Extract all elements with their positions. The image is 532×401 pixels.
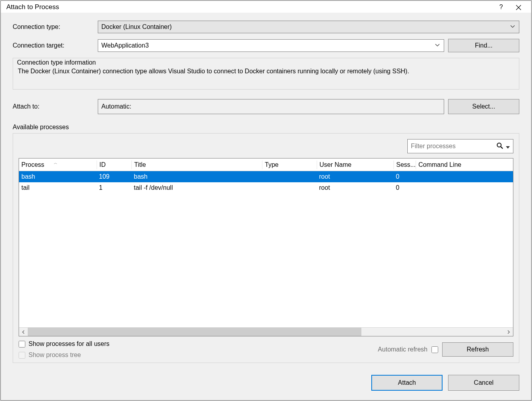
- scroll-right-arrow[interactable]: [504, 328, 513, 336]
- filter-processes-box[interactable]: [407, 139, 513, 153]
- automatic-refresh-checkbox[interactable]: [431, 346, 438, 353]
- svg-line-3: [501, 147, 503, 149]
- col-cmd[interactable]: Command Line: [416, 160, 513, 169]
- show-process-tree-label: Show process tree: [28, 351, 81, 359]
- show-process-tree-checkbox-input: [19, 352, 25, 359]
- show-process-tree-checkbox: Show process tree: [19, 351, 110, 359]
- connection-target-label: Connection target:: [13, 42, 94, 49]
- connection-type-value: Docker (Linux Container): [101, 23, 172, 31]
- cell-process: tail: [19, 183, 97, 192]
- filter-processes-input[interactable]: [411, 143, 496, 150]
- col-type[interactable]: Type: [262, 160, 317, 169]
- col-session[interactable]: Sess...: [393, 160, 416, 169]
- col-user[interactable]: User Name: [317, 160, 393, 169]
- cell-id: 109: [97, 172, 131, 181]
- connection-info-legend: Connection type information: [17, 59, 515, 66]
- refresh-button[interactable]: Refresh: [442, 342, 513, 357]
- cell-cmd: [416, 176, 513, 178]
- dialog-title: Attach to Process: [6, 3, 492, 11]
- sort-asc-icon: ︿: [54, 160, 57, 166]
- scroll-left-arrow[interactable]: [19, 328, 28, 336]
- connection-info-group: Connection type information The Docker (…: [13, 58, 519, 90]
- cell-id: 1: [97, 183, 131, 192]
- automatic-refresh-label: Automatic refresh: [378, 346, 428, 353]
- cell-user: root: [317, 183, 393, 192]
- table-row[interactable]: tail1tail -f /dev/nullroot0: [19, 182, 513, 193]
- cell-type: [262, 176, 317, 178]
- chevron-down-icon: [435, 44, 440, 47]
- connection-info-text: The Docker (Linux Container) connection …: [17, 68, 515, 75]
- show-all-users-checkbox[interactable]: Show processes for all users: [19, 340, 110, 348]
- show-all-users-checkbox-input[interactable]: [19, 341, 25, 348]
- cell-user: root: [317, 172, 393, 181]
- close-icon[interactable]: [510, 4, 527, 11]
- table-row[interactable]: bash109bashroot0: [19, 171, 513, 182]
- connection-target-combo[interactable]: WebApplication3: [98, 39, 444, 52]
- cell-session: 0: [393, 183, 416, 192]
- chevron-down-icon: [510, 25, 515, 28]
- table-header: Process ︿ ID Title Type User Name Sess..…: [19, 158, 513, 171]
- show-all-users-label: Show processes for all users: [28, 340, 110, 348]
- cell-title: bash: [131, 172, 262, 181]
- connection-type-label: Connection type:: [13, 23, 94, 31]
- col-title[interactable]: Title: [131, 160, 262, 169]
- process-table: Process ︿ ID Title Type User Name Sess..…: [19, 158, 513, 336]
- cell-title: tail -f /dev/null: [131, 183, 262, 192]
- cell-session: 0: [393, 172, 416, 181]
- horizontal-scrollbar[interactable]: [19, 327, 513, 336]
- attach-to-value: Automatic:: [101, 103, 131, 110]
- scrollbar-thumb[interactable]: [28, 328, 361, 336]
- select-button[interactable]: Select...: [448, 99, 519, 114]
- connection-target-value: WebApplication3: [101, 42, 149, 49]
- svg-marker-4: [506, 146, 510, 149]
- attach-to-label: Attach to:: [13, 103, 94, 110]
- cell-type: [262, 187, 317, 189]
- svg-point-2: [497, 143, 501, 147]
- filter-dropdown-icon[interactable]: [506, 143, 510, 150]
- cancel-button[interactable]: Cancel: [448, 375, 519, 391]
- col-id[interactable]: ID: [97, 160, 131, 169]
- available-processes-legend: Available processes: [13, 124, 519, 131]
- attach-button[interactable]: Attach: [371, 375, 443, 391]
- col-process[interactable]: Process ︿: [19, 160, 97, 169]
- cell-process: bash: [19, 172, 97, 181]
- search-icon[interactable]: [496, 142, 504, 151]
- attach-to-field: Automatic:: [98, 99, 444, 114]
- help-icon[interactable]: ?: [492, 4, 510, 11]
- col-process-label: Process: [21, 161, 44, 168]
- connection-type-dropdown[interactable]: Docker (Linux Container): [98, 21, 519, 33]
- cell-cmd: [416, 187, 513, 189]
- find-button[interactable]: Find...: [448, 39, 519, 52]
